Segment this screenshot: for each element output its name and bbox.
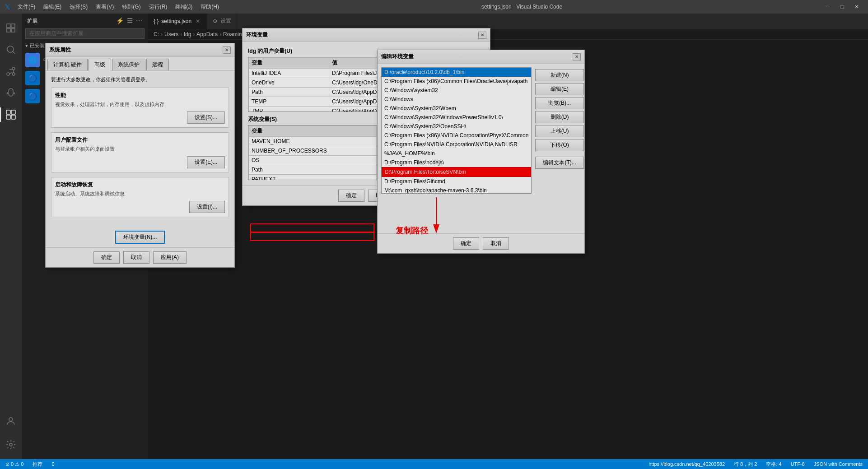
- menu-select[interactable]: 选择(S): [66, 2, 91, 12]
- status-encoding[interactable]: UTF-8: [789, 461, 807, 467]
- status-bar: ⊘ 0 ⚠ 0 推荐 0 https://blog.csdn.net/qq_40…: [0, 459, 868, 469]
- status-spaces[interactable]: 空格: 4: [764, 461, 783, 468]
- status-line-col[interactable]: 行 8，列 2: [732, 461, 759, 468]
- titlebar: 𝕏 文件(F) 编辑(E) 选择(S) 查看(V) 转到(G) 运行(R) 终端…: [0, 0, 868, 14]
- menu-edit[interactable]: 编辑(E): [40, 2, 65, 12]
- status-link[interactable]: https://blog.csdn.net/qq_40203582: [647, 461, 727, 467]
- menu-goto[interactable]: 转到(G): [118, 2, 144, 12]
- menu-view[interactable]: 查看(V): [92, 2, 117, 12]
- window-title: settings.json - Visual Studio Code: [223, 4, 821, 10]
- status-badge[interactable]: 0: [50, 461, 56, 467]
- status-errors[interactable]: ⊘ 0 ⚠ 0: [4, 461, 25, 467]
- window-controls: ─ □ ✕: [821, 0, 863, 14]
- vscode-icon: 𝕏: [5, 3, 10, 11]
- menu-bar: 文件(F) 编辑(E) 选择(S) 查看(V) 转到(G) 运行(R) 终端(J…: [14, 2, 223, 12]
- error-icon: ⊘: [5, 461, 9, 467]
- close-button[interactable]: ✕: [850, 0, 863, 14]
- status-right: https://blog.csdn.net/qq_40203582 行 8，列 …: [647, 461, 864, 468]
- dialog-overlay: [0, 14, 868, 459]
- minimize-button[interactable]: ─: [821, 0, 835, 14]
- status-line-ending[interactable]: JSON with Comments: [812, 461, 864, 467]
- status-left: ⊘ 0 ⚠ 0 推荐 0: [4, 461, 56, 468]
- menu-run[interactable]: 运行(R): [145, 2, 171, 12]
- error-count: 0: [11, 461, 14, 467]
- menu-help[interactable]: 帮助(H): [197, 2, 223, 12]
- menu-terminal[interactable]: 终端(J): [172, 2, 196, 12]
- warning-icon: ⚠: [15, 461, 19, 467]
- menu-file[interactable]: 文件(F): [14, 2, 39, 12]
- warning-count: 0: [21, 461, 23, 467]
- maximize-button[interactable]: □: [835, 0, 849, 14]
- status-branch[interactable]: 推荐: [31, 461, 44, 468]
